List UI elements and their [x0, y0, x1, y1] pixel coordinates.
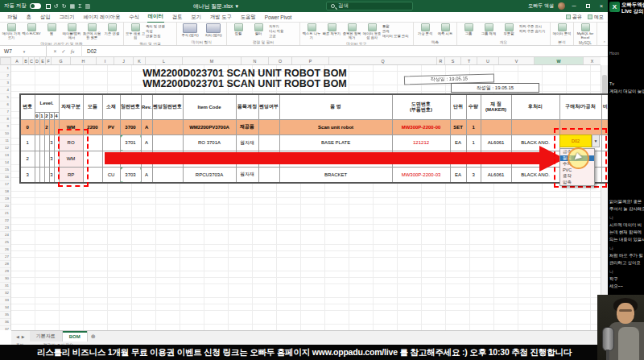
row-header[interactable]: 20	[0, 203, 10, 210]
dropdown-option[interactable]: 압축	[560, 180, 594, 186]
ribbon-button[interactable]: MySQL for Excel	[576, 23, 595, 40]
row-header[interactable]: 24	[0, 232, 10, 239]
cell[interactable]: 1	[466, 134, 481, 151]
row-header[interactable]: 28	[0, 261, 10, 268]
dropdown-button[interactable]: ▼	[592, 134, 600, 147]
column-header[interactable]: N	[242, 57, 269, 65]
column-header[interactable]: S	[445, 57, 461, 65]
sheet-nav-right-icon[interactable]: ▶	[22, 334, 25, 339]
cell[interactable]: 0	[20, 119, 35, 134]
column-header[interactable]: L	[146, 57, 183, 65]
row-header[interactable]: 22	[0, 217, 10, 225]
ribbon-button[interactable]: 가상 분석	[415, 23, 435, 36]
maximize-button[interactable]	[583, 3, 592, 9]
add-sheet-button[interactable]: ⊕	[88, 331, 99, 341]
chart-icon[interactable]: ▥	[85, 3, 91, 9]
cell[interactable]	[258, 167, 279, 183]
row-header[interactable]: 7	[0, 109, 10, 116]
cell[interactable]: A	[141, 134, 152, 151]
ribbon-button[interactable]: 고급	[269, 34, 298, 38]
ribbon-tab[interactable]: 검토	[171, 12, 184, 23]
cell[interactable]: BRACKET	[279, 167, 392, 183]
collapse-ribbon-icon[interactable]: ⌃	[603, 40, 606, 45]
row-header[interactable]: 37	[0, 326, 10, 330]
cell[interactable]: A	[141, 167, 152, 183]
ribbon-button[interactable]: 텍스트 나누기	[302, 23, 321, 40]
ribbon-button[interactable]: 데이터 가져오기	[2, 23, 21, 40]
cell[interactable]: EA	[450, 134, 466, 151]
cell[interactable]	[102, 134, 120, 151]
cell[interactable]: 원자재	[236, 167, 258, 183]
row-header[interactable]: 31	[0, 283, 10, 290]
row-header[interactable]: 1	[0, 65, 10, 72]
ribbon-tab[interactable]: 파일	[6, 12, 19, 23]
save-icon[interactable]	[46, 4, 51, 9]
ribbon-button[interactable]: 텍스트/CSV	[22, 23, 41, 36]
row-header[interactable]: 34	[0, 304, 10, 312]
ribbon-button[interactable]: 지우기	[269, 24, 298, 28]
sheet-nav-left-icon[interactable]: ◀	[16, 334, 19, 339]
row-header[interactable]: 14	[0, 159, 10, 167]
cell[interactable]: 1	[20, 134, 35, 151]
ribbon-button[interactable]: 속성	[146, 29, 175, 33]
row-header[interactable]: 26	[0, 246, 10, 254]
active-cell[interactable]: D02	[559, 134, 592, 147]
row-header[interactable]: 19	[0, 196, 10, 203]
cell[interactable]: CU	[102, 167, 120, 183]
undo-icon[interactable]: ↺	[54, 3, 59, 9]
column-header[interactable]: H	[71, 57, 97, 65]
dropdown-option[interactable]: 용착	[560, 173, 594, 180]
sheet-tab[interactable]: 기본자료	[30, 331, 63, 341]
row-header[interactable]: 3	[0, 80, 10, 87]
ribbon-button[interactable]: 데이터 분석	[552, 23, 572, 36]
row-header[interactable]: 35	[0, 312, 10, 319]
ribbon-button[interactable]: 정렬	[229, 23, 248, 36]
column-header[interactable]: K	[134, 57, 146, 65]
ribbon-button[interactable]: 하위 수준 숨기기	[519, 29, 548, 33]
cell[interactable]: MW300P-2200-00	[392, 119, 450, 134]
column-header[interactable]: D	[35, 57, 40, 65]
sum-icon[interactable]: Σ	[78, 3, 81, 9]
cell[interactable]: 원자재	[236, 134, 258, 151]
column-header[interactable]: E	[40, 57, 46, 65]
fx-icon[interactable]: fx	[71, 48, 75, 54]
cell[interactable]	[152, 119, 183, 134]
column-header[interactable]: P	[292, 57, 329, 65]
ribbon-button[interactable]: 필터	[249, 23, 268, 36]
cell[interactable]: PV	[102, 119, 120, 134]
column-header[interactable]: G	[52, 57, 71, 65]
cancel-icon[interactable]: ×	[54, 48, 57, 54]
ribbon-button[interactable]: 모두 새로 고침	[126, 23, 145, 40]
row-header[interactable]: 25	[0, 239, 10, 246]
cell[interactable]: 재공품	[236, 119, 258, 134]
column-header[interactable]: J	[114, 57, 134, 65]
column-header[interactable]: Q	[329, 57, 437, 65]
ribbon-button[interactable]: 예측 시트	[436, 23, 455, 36]
column-header[interactable]: M	[183, 57, 242, 65]
autosave-toggle[interactable]	[30, 3, 41, 9]
row-header[interactable]: 9	[0, 123, 10, 130]
ribbon-button[interactable]: 통합	[382, 24, 411, 28]
ribbon-tab[interactable]: 페이지 레이아웃	[82, 12, 121, 23]
minimize-button[interactable]: ─	[569, 3, 579, 9]
search-box[interactable]: 검색	[326, 2, 413, 10]
row-header[interactable]: 13	[0, 152, 10, 159]
row-header[interactable]: 8	[0, 116, 10, 123]
ribbon-tab[interactable]: 보기	[190, 12, 202, 23]
sheet-tab[interactable]: BOM	[63, 331, 88, 341]
cell[interactable]: 3703	[120, 167, 141, 183]
cell[interactable]: 3	[20, 167, 35, 183]
row-header[interactable]: 10	[0, 130, 10, 138]
ribbon-button[interactable]: 웹	[42, 23, 61, 36]
ribbon-tab[interactable]: 삽입	[39, 12, 52, 23]
table-icon[interactable]: ▦	[70, 3, 76, 9]
column-header[interactable]: I	[97, 57, 114, 65]
ribbon-button[interactable]: 그룹	[459, 23, 478, 36]
redo-icon[interactable]: ↻	[62, 3, 67, 9]
cell[interactable]: 3700	[120, 119, 141, 134]
cell[interactable]: 3	[466, 167, 481, 183]
cell[interactable]: SET	[450, 119, 466, 134]
ribbon-button[interactable]: 연결 편집	[146, 34, 175, 38]
cell[interactable]	[258, 134, 279, 151]
ribbon-button[interactable]: 주식 (영어)	[179, 23, 201, 38]
